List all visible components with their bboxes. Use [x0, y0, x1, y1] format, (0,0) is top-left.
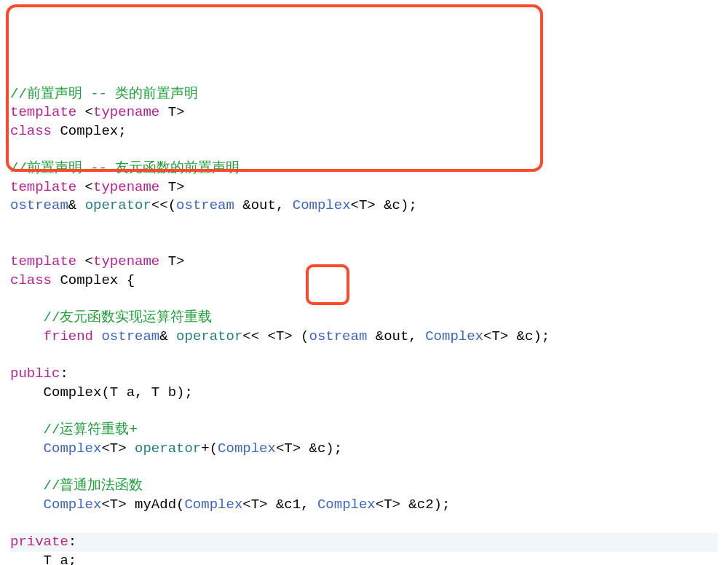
text: &out, [367, 328, 425, 344]
keyword-template: template [10, 179, 76, 195]
text: Complex(T a, T b); [10, 384, 193, 400]
text: T> [159, 253, 184, 269]
comment: //普通加法函数 [10, 478, 143, 494]
type-complex: Complex [293, 197, 351, 213]
text: <T> &c2); [376, 497, 451, 513]
text: <T> &c); [483, 328, 550, 344]
text [93, 328, 101, 344]
keyword-template: template [10, 104, 76, 120]
text: & [68, 197, 85, 213]
text: T> [159, 179, 184, 195]
text: < [76, 253, 93, 269]
keyword-typename: typename [93, 179, 159, 195]
type-complex: Complex [44, 440, 102, 457]
text: T> [159, 104, 184, 120]
comment: //友元函数实现运算符重载 [10, 309, 212, 325]
text: <T> &c); [276, 440, 342, 457]
text: +( [201, 440, 218, 457]
text: : [68, 534, 76, 550]
type-complex: Complex [218, 440, 276, 457]
func-operator: operator [135, 440, 201, 457]
comment: //前置声明 -- 友元函数的前置声明 [10, 160, 240, 176]
type-ostream: ostream [176, 197, 234, 213]
text: T a; [10, 553, 76, 565]
text: Complex; [52, 123, 127, 139]
type-complex: Complex [44, 497, 102, 513]
text: <T> &c1, [242, 497, 317, 513]
func-operator: operator [85, 197, 151, 213]
text: Complex { [52, 272, 135, 288]
text: &out, [234, 197, 293, 213]
text: <<( [151, 197, 176, 213]
code-block: //前置声明 -- 类的前置声明 template <typename T> c… [10, 85, 718, 565]
indent [10, 497, 44, 513]
type-complex: Complex [184, 497, 242, 513]
keyword-class: class [10, 123, 52, 139]
keyword-template: template [10, 253, 76, 269]
indent [10, 440, 44, 457]
comment: //前置声明 -- 类的前置声明 [10, 86, 198, 102]
keyword-friend: friend [44, 328, 93, 344]
type-ostream: ostream [10, 197, 68, 213]
keyword-typename: typename [93, 104, 159, 120]
type-ostream: ostream [101, 328, 159, 344]
keyword-class: class [10, 272, 52, 288]
func-operator: operator [176, 328, 242, 344]
comment: //运算符重载+ [10, 422, 138, 438]
type-complex: Complex [425, 328, 483, 344]
keyword-public: public [10, 366, 60, 382]
type-ostream: ostream [309, 328, 368, 344]
highlighted-line: private: [10, 533, 718, 552]
text: << <T> ( [242, 328, 309, 344]
keyword-typename: typename [93, 253, 159, 269]
keyword-private: private [10, 534, 68, 550]
text: <T> [101, 440, 135, 457]
text: < [76, 104, 93, 120]
indent [10, 328, 44, 344]
text: : [60, 366, 68, 382]
text: & [159, 328, 176, 344]
type-complex: Complex [317, 497, 376, 513]
text: < [76, 179, 93, 195]
text: <T> myAdd( [101, 497, 184, 513]
text: <T> &c); [351, 197, 417, 213]
